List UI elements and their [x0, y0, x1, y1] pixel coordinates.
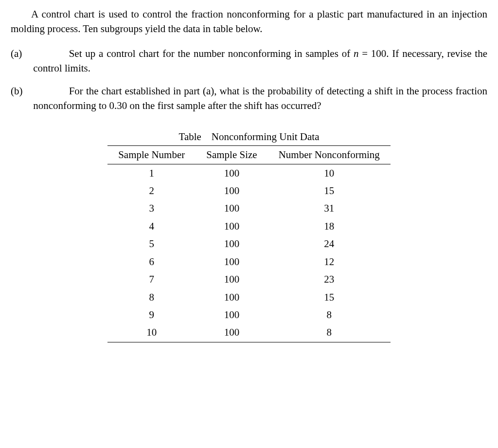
cell-n: 8: [107, 288, 196, 306]
cell-nc: 15: [268, 182, 391, 199]
table-row: 210015: [107, 182, 391, 199]
table-row: 510024: [107, 235, 391, 252]
table-row: 810015: [107, 288, 391, 306]
part-a: (a)Set up a control chart for the number…: [11, 46, 487, 76]
table-title-left: Table: [179, 131, 201, 143]
cell-size: 100: [196, 288, 267, 306]
cell-n: 9: [107, 306, 196, 323]
cell-size: 100: [196, 306, 267, 323]
part-b-label: (b): [11, 84, 33, 98]
cell-nc: 31: [268, 199, 391, 217]
cell-n: 6: [107, 253, 196, 270]
cell-size: 100: [196, 323, 267, 342]
table-row: 610012: [107, 253, 391, 270]
cell-size: 100: [196, 270, 267, 288]
table-row: 101008: [107, 323, 391, 342]
problem-intro: A control chart is used to control the f…: [11, 7, 487, 36]
cell-n: 3: [107, 199, 196, 217]
part-b: (b)For the chart established in part (a)…: [11, 84, 487, 113]
cell-nc: 8: [268, 323, 391, 342]
cell-size: 100: [196, 164, 267, 182]
cell-n: 10: [107, 323, 196, 342]
cell-nc: 23: [268, 270, 391, 288]
part-a-label: (a): [11, 46, 33, 61]
table-row: 110010: [107, 164, 391, 182]
table-title-right: Nonconforming Unit Data: [212, 131, 320, 143]
table-header-row: Sample Number Sample Size Number Nonconf…: [107, 146, 391, 164]
cell-size: 100: [196, 199, 267, 217]
cell-n: 4: [107, 217, 196, 235]
col-sample-number: Sample Number: [107, 146, 196, 164]
cell-size: 100: [196, 182, 267, 199]
cell-nc: 10: [268, 164, 391, 182]
col-sample-size: Sample Size: [196, 146, 267, 164]
cell-nc: 8: [268, 306, 391, 323]
table-row: 310031: [107, 199, 391, 217]
cell-nc: 15: [268, 288, 391, 306]
cell-n: 1: [107, 164, 196, 182]
part-a-var: n: [354, 48, 359, 59]
table-row: 91008: [107, 306, 391, 323]
cell-size: 100: [196, 253, 267, 270]
part-b-text: For the chart established in part (a), w…: [33, 85, 487, 111]
cell-size: 100: [196, 235, 267, 252]
cell-n: 7: [107, 270, 196, 288]
part-a-text-before: Set up a control chart for the number no…: [69, 48, 354, 59]
cell-nc: 12: [268, 253, 391, 270]
data-table: Table Nonconforming Unit Data Sample Num…: [107, 128, 391, 342]
cell-size: 100: [196, 217, 267, 235]
cell-nc: 18: [268, 217, 391, 235]
table-title: Table Nonconforming Unit Data: [107, 128, 391, 146]
col-number-nonconforming: Number Nonconforming: [268, 146, 391, 164]
table-row: 710023: [107, 270, 391, 288]
table-row: 410018: [107, 217, 391, 235]
table-title-row: Table Nonconforming Unit Data: [107, 128, 391, 146]
cell-nc: 24: [268, 235, 391, 252]
cell-n: 5: [107, 235, 196, 252]
cell-n: 2: [107, 182, 196, 199]
